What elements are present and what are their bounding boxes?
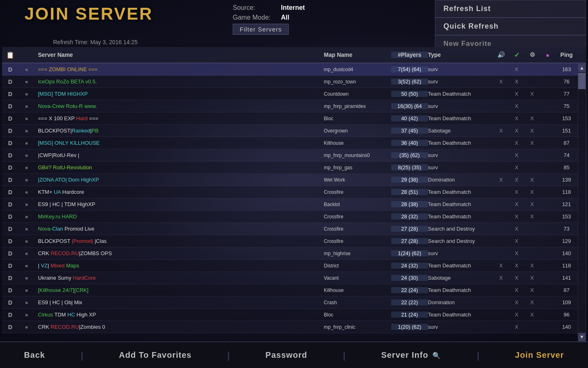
row-check: X bbox=[509, 250, 524, 256]
top-right-buttons: Refresh List Quick Refresh New Favorite bbox=[435, 0, 586, 52]
row-check: X bbox=[509, 128, 524, 134]
table-row[interactable]: D ■ GB#? RotU-Revolution mp_fnrp_gas 8(2… bbox=[2, 162, 586, 174]
row-type: surv bbox=[428, 324, 493, 330]
row-type: Team Deathmatch bbox=[428, 91, 493, 97]
row-server-icon: ■ bbox=[18, 141, 35, 146]
row-ping: 87 bbox=[555, 287, 578, 293]
table-row[interactable]: D ■ [MSG] TDM HIGHXP Countdown 50 (50) T… bbox=[2, 88, 586, 100]
gamemode-label: Game Mode: bbox=[233, 14, 278, 21]
add-to-favorites-button[interactable]: Add To Favorites bbox=[107, 347, 204, 363]
table-row[interactable]: D ■ CRK RECOD.RU|ZOMBS OPS mp_highrise 1… bbox=[2, 247, 586, 260]
row-server-name: === X 100 EXP Hard === bbox=[35, 115, 324, 121]
row-gear: X bbox=[524, 115, 540, 121]
server-info-button[interactable]: Server Info 🔍 bbox=[369, 347, 453, 363]
row-server-icon: ■ bbox=[18, 116, 35, 121]
row-d-icon: D bbox=[2, 189, 18, 195]
row-ping: 109 bbox=[555, 299, 578, 305]
row-map: Wet Work bbox=[324, 177, 391, 183]
row-server-name: |CWP|RotU-Rev | bbox=[35, 152, 324, 158]
table-row[interactable]: D ■ [Killhouse 24/7][CRK] Killhouse 22 (… bbox=[2, 284, 586, 296]
scrollbar[interactable]: ▲ ▼ bbox=[578, 63, 586, 341]
row-d-icon: D bbox=[2, 201, 18, 208]
row-check: X bbox=[509, 287, 524, 293]
row-type: Domination bbox=[428, 299, 493, 305]
separator-1: | bbox=[81, 350, 83, 361]
table-row[interactable]: D ■ |CWP|RotU-Rev | mp_fnrp_mountains0 (… bbox=[2, 149, 586, 162]
table-row[interactable]: D ■ ES9 | HC | TDM HighXP Backlot 28 (38… bbox=[2, 198, 586, 211]
table-row[interactable]: D ■ ES9 | HC | Obj Mix Crash 22 (22) Dom… bbox=[2, 296, 586, 309]
join-server-button[interactable]: Join Server bbox=[503, 347, 576, 363]
table-row[interactable]: D ■ IceOps RoZo BETA v0.5. mp_rozo_town … bbox=[2, 76, 586, 88]
row-server-name: | VZ| Mixed Maps bbox=[35, 263, 324, 269]
row-server-icon: ■ bbox=[18, 190, 35, 195]
scroll-down-button[interactable]: ▼ bbox=[578, 333, 586, 341]
filter-servers-button[interactable]: Filter Servers bbox=[233, 24, 289, 35]
table-row[interactable]: D ■ Cirkus TDM HC High XP Bloc 21 (24) T… bbox=[2, 309, 586, 321]
table-row[interactable]: D ■ === ZOMBI ONLINE === mp_dustcod4 7(5… bbox=[2, 63, 586, 76]
table-row[interactable]: D ■ |ZONA ATO| Dom HighXP Wet Work 29 (3… bbox=[2, 174, 586, 186]
row-ping: 118 bbox=[555, 263, 578, 269]
refresh-list-button[interactable]: Refresh List bbox=[435, 0, 586, 18]
row-ping: 153 bbox=[555, 115, 578, 121]
server-table: 📋 Server Name Map Name #Players Type 🔊 ✓… bbox=[2, 47, 586, 341]
row-server-icon: ■ bbox=[18, 67, 35, 72]
row-map: Killhouse bbox=[324, 140, 391, 146]
back-button[interactable]: Back bbox=[12, 347, 58, 363]
password-button[interactable]: Password bbox=[253, 347, 319, 363]
row-check: X bbox=[509, 299, 524, 305]
row-players: (35) (62) bbox=[391, 152, 428, 158]
row-map: Crossfire bbox=[324, 214, 391, 220]
row-server-name: BLOCKPOST|Ranked|PB bbox=[35, 128, 324, 134]
row-gear: X bbox=[524, 140, 540, 146]
row-server-name: Ukraine Sumy HardCore bbox=[35, 275, 324, 281]
separator-4: | bbox=[477, 350, 479, 361]
row-type: Sabotage bbox=[428, 128, 493, 134]
row-ping: 140 bbox=[555, 324, 578, 330]
server-info-icon: 🔍 bbox=[432, 352, 441, 359]
row-d-icon: D bbox=[2, 238, 18, 245]
table-row[interactable]: D ■ === X 100 EXP Hard === Bloc 40 (42) … bbox=[2, 112, 586, 125]
row-server-icon: ■ bbox=[18, 177, 35, 182]
scroll-thumb[interactable] bbox=[578, 73, 586, 89]
scroll-up-button[interactable]: ▲ bbox=[578, 64, 586, 72]
row-players: 36 (40) bbox=[391, 140, 428, 146]
row-ping: 96 bbox=[555, 312, 578, 318]
row-check: X bbox=[509, 66, 524, 72]
table-row[interactable]: D ■ BLOCKPOST |Promod| |Clas Crossfire 2… bbox=[2, 235, 586, 247]
row-server-name: GB#? RotU-Revolution bbox=[35, 164, 324, 171]
quick-refresh-button[interactable]: Quick Refresh bbox=[435, 18, 586, 35]
table-row[interactable]: D ■ Nova-Crew Rotu-R www. mp_fnrp_pirami… bbox=[2, 100, 586, 112]
table-row[interactable]: D ■ BLOCKPOST|Ranked|PB Overgrown 37 (45… bbox=[2, 125, 586, 137]
table-row[interactable]: D ■ | VZ| Mixed Maps District 24 (32) Te… bbox=[2, 260, 586, 272]
row-map: Killhouse bbox=[324, 287, 391, 293]
row-server-name: Cirkus TDM HC High XP bbox=[35, 312, 324, 318]
row-ping: 129 bbox=[555, 238, 578, 244]
row-d-icon: D bbox=[2, 128, 18, 134]
ping-header: Ping bbox=[555, 52, 578, 58]
table-row[interactable]: D ■ [MSG] ONLY KILLHOUSE Killhouse 36 (4… bbox=[2, 137, 586, 149]
row-gear: X bbox=[524, 213, 540, 220]
row-type: surv bbox=[428, 103, 493, 109]
row-ping: 87 bbox=[555, 140, 578, 146]
row-map: Crossfire bbox=[324, 189, 391, 195]
row-server-icon: ■ bbox=[18, 128, 35, 133]
row-server-name: |ZONA ATO| Dom HighXP bbox=[35, 177, 324, 183]
row-gear: X bbox=[524, 275, 540, 281]
table-row[interactable]: D ■ CRK RECOD.RU|Zombies 0 mp_fnrp_clini… bbox=[2, 321, 586, 333]
row-players: 27 (28) bbox=[391, 238, 428, 244]
row-d-icon: D bbox=[2, 275, 18, 281]
row-players: 50 (50) bbox=[391, 91, 428, 97]
row-vol: X bbox=[493, 263, 509, 269]
row-check: X bbox=[509, 275, 524, 281]
table-row[interactable]: D ■ KTM+ UA Hardcore Crossfire 28 (51) T… bbox=[2, 186, 586, 198]
table-row[interactable]: D ■ Ukraine Sumy HardCore Vacant 24 (30)… bbox=[2, 272, 586, 284]
row-map: mp_fnrp_piramides bbox=[324, 103, 391, 109]
row-check: X bbox=[509, 164, 524, 171]
row-gear: X bbox=[524, 263, 540, 269]
row-type: surv bbox=[428, 79, 493, 85]
row-d-icon: D bbox=[2, 213, 18, 220]
row-server-icon: ■ bbox=[18, 251, 35, 256]
table-row[interactable]: D ■ Nova-Clan Promod Live Crossfire 27 (… bbox=[2, 223, 586, 235]
row-map: Crossfire bbox=[324, 238, 391, 244]
table-row[interactable]: D ■ MirKey.ru HARD Crossfire 28 (32) Tea… bbox=[2, 211, 586, 223]
